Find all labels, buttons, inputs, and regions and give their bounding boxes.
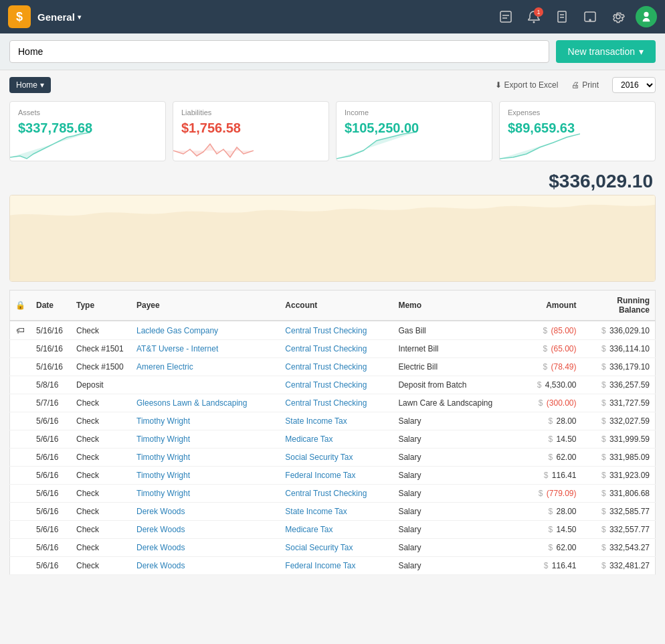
account-cell[interactable]: Central Trust Checking — [280, 394, 393, 412]
type-header[interactable]: Type — [71, 291, 131, 321]
payee-cell[interactable]: Timothy Wright — [131, 485, 280, 503]
account-link[interactable]: Central Trust Checking — [285, 326, 367, 335]
table-row[interactable]: 5/16/16 Check #1501 AT&T Uverse - Intern… — [10, 340, 656, 358]
account-cell[interactable]: Central Trust Checking — [280, 376, 393, 394]
account-cell[interactable]: Central Trust Checking — [280, 321, 393, 340]
payee-link[interactable]: Derek Woods — [136, 561, 185, 570]
payee-link[interactable]: Derek Woods — [136, 507, 185, 516]
home-button[interactable]: Home ▾ — [9, 77, 51, 93]
payee-link[interactable]: Ameren Electric — [136, 362, 193, 372]
table-row[interactable]: 5/6/16 Check Timothy Wright Federal Inco… — [10, 467, 656, 485]
table-row[interactable]: 5/6/16 Check Timothy Wright State Income… — [10, 412, 656, 430]
balance-cell: $ 336,257.59 — [582, 376, 656, 394]
type-cell: Check — [71, 321, 131, 340]
account-link[interactable]: Central Trust Checking — [285, 362, 367, 372]
account-link[interactable]: Central Trust Checking — [285, 380, 367, 390]
lock-icon: 🔒 — [15, 301, 25, 310]
table-row[interactable]: 5/6/16 Check Timothy Wright Medicare Tax… — [10, 430, 656, 449]
table-row[interactable]: 5/8/16 Deposit Central Trust Checking De… — [10, 376, 656, 394]
payee-cell[interactable]: Ameren Electric — [131, 358, 280, 376]
payee-link[interactable]: Timothy Wright — [136, 489, 190, 498]
balance-dollar: $ — [601, 362, 606, 372]
tablet-icon[interactable] — [579, 6, 601, 27]
date-header[interactable]: Date — [31, 291, 71, 321]
year-select[interactable]: 2016 — [612, 77, 656, 93]
payee-cell[interactable]: Laclede Gas Company — [131, 321, 280, 340]
payee-link[interactable]: Timothy Wright — [136, 416, 190, 426]
account-cell[interactable]: Federal Income Tax — [280, 557, 393, 575]
table-row[interactable]: 5/6/16 Check Derek Woods State Income Ta… — [10, 503, 656, 521]
amount-header[interactable]: Amount — [522, 291, 582, 321]
account-link[interactable]: Federal Income Tax — [285, 561, 355, 570]
print-link[interactable]: 🖨 Print — [571, 80, 599, 90]
user-avatar[interactable] — [636, 6, 657, 27]
account-link[interactable]: Medicare Tax — [285, 434, 332, 444]
payee-link[interactable]: Gleesons Lawn & Landscaping — [136, 398, 247, 408]
table-row[interactable]: 🏷 5/16/16 Check Laclede Gas Company Cent… — [10, 321, 656, 340]
memo-header[interactable]: Memo — [393, 291, 521, 321]
payee-cell[interactable]: Gleesons Lawn & Landscaping — [131, 394, 280, 412]
payee-link[interactable]: Derek Woods — [136, 525, 185, 534]
new-transaction-button[interactable]: New transaction ▾ — [556, 40, 656, 63]
table-row[interactable]: 5/16/16 Check #1500 Ameren Electric Cent… — [10, 358, 656, 376]
payee-cell[interactable] — [131, 376, 280, 394]
balance-header[interactable]: Running Balance — [582, 291, 656, 321]
account-link[interactable]: Federal Income Tax — [285, 471, 355, 480]
account-link[interactable]: Social Security Tax — [285, 453, 353, 462]
account-cell[interactable]: Federal Income Tax — [280, 467, 393, 485]
payee-cell[interactable]: Derek Woods — [131, 557, 280, 575]
account-cell[interactable]: Social Security Tax — [280, 449, 393, 467]
payee-cell[interactable]: Timothy Wright — [131, 467, 280, 485]
payee-cell[interactable]: Timothy Wright — [131, 430, 280, 449]
type-cell: Check — [71, 449, 131, 467]
payee-header[interactable]: Payee — [131, 291, 280, 321]
account-cell[interactable]: Central Trust Checking — [280, 340, 393, 358]
account-link[interactable]: Medicare Tax — [285, 525, 332, 534]
document-icon[interactable] — [551, 6, 573, 27]
app-title[interactable]: General ▾ — [37, 11, 81, 23]
table-row[interactable]: 5/6/16 Check Timothy Wright Social Secur… — [10, 449, 656, 467]
settings-icon[interactable] — [607, 6, 629, 27]
account-link[interactable]: Social Security Tax — [285, 543, 353, 552]
reports-icon[interactable] — [495, 6, 516, 27]
table-row[interactable]: 5/6/16 Check Derek Woods Social Security… — [10, 539, 656, 557]
payee-cell[interactable]: Derek Woods — [131, 539, 280, 557]
account-cell[interactable]: Social Security Tax — [280, 539, 393, 557]
account-cell[interactable]: Central Trust Checking — [280, 485, 393, 503]
payee-link[interactable]: Timothy Wright — [136, 453, 190, 462]
account-link[interactable]: Central Trust Checking — [285, 398, 367, 408]
account-cell[interactable]: Medicare Tax — [280, 430, 393, 449]
payee-cell[interactable]: Derek Woods — [131, 521, 280, 539]
account-cell[interactable]: State Income Tax — [280, 503, 393, 521]
account-link[interactable]: State Income Tax — [285, 507, 347, 516]
memo-cell: Salary — [393, 557, 521, 575]
payee-cell[interactable]: Timothy Wright — [131, 412, 280, 430]
account-cell[interactable]: Medicare Tax — [280, 521, 393, 539]
payee-link[interactable]: AT&T Uverse - Internet — [136, 344, 218, 353]
payee-cell[interactable]: AT&T Uverse - Internet — [131, 340, 280, 358]
account-cell[interactable]: Central Trust Checking — [280, 358, 393, 376]
table-row[interactable]: 5/6/16 Check Timothy Wright Central Trus… — [10, 485, 656, 503]
table-row[interactable]: 5/6/16 Check Derek Woods Medicare Tax Sa… — [10, 521, 656, 539]
account-link[interactable]: Central Trust Checking — [285, 344, 367, 353]
type-cell: Check #1501 — [71, 340, 131, 358]
balance-value: 332,557.77 — [609, 525, 650, 534]
account-header[interactable]: Account — [280, 291, 393, 321]
home-select[interactable]: Home — [9, 40, 549, 63]
payee-link[interactable]: Timothy Wright — [136, 434, 190, 444]
payee-link[interactable]: Laclede Gas Company — [136, 326, 218, 335]
payee-link[interactable]: Timothy Wright — [136, 471, 190, 480]
payee-cell[interactable]: Timothy Wright — [131, 449, 280, 467]
account-link[interactable]: Central Trust Checking — [285, 489, 367, 498]
account-cell[interactable]: State Income Tax — [280, 412, 393, 430]
balance-dollar: $ — [601, 471, 606, 480]
table-row[interactable]: 5/6/16 Check Derek Woods Federal Income … — [10, 557, 656, 575]
export-excel-link[interactable]: ⬇ Export to Excel — [495, 80, 559, 90]
table-row[interactable]: 5/7/16 Check Gleesons Lawn & Landscaping… — [10, 394, 656, 412]
account-link[interactable]: State Income Tax — [285, 416, 347, 426]
dollar-sign: $ — [548, 525, 553, 534]
amount-value: 116.41 — [552, 471, 577, 480]
payee-cell[interactable]: Derek Woods — [131, 503, 280, 521]
notification-icon[interactable]: 1 — [523, 6, 545, 27]
payee-link[interactable]: Derek Woods — [136, 543, 185, 552]
